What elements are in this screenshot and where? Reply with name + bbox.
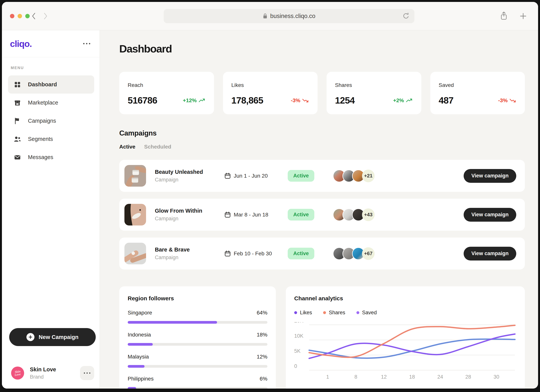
storefront-icon bbox=[14, 99, 21, 106]
status-badge: Active bbox=[288, 209, 314, 220]
app-body: cliqo. MENU Dashboard Mark bbox=[2, 30, 538, 389]
stats-row: Reach 516786 +12% Likes 178,865 bbox=[119, 72, 525, 114]
sidebar-nav: Dashboard Marketplace Campaigns bbox=[2, 70, 100, 166]
campaign-dates: Mar 8 - Jun 18 bbox=[225, 212, 288, 218]
bottom-panels: Region followers Singapore 64% Indonesia… bbox=[119, 286, 525, 389]
brand-more-button[interactable] bbox=[80, 366, 94, 380]
campaign-row: Beauty Unleashed Campaign Jun 1 - Jun 20… bbox=[119, 160, 525, 192]
sidebar-item-segments[interactable]: Segments bbox=[8, 130, 94, 148]
new-campaign-button[interactable]: New Campaign bbox=[9, 328, 96, 346]
sidebar-item-label: Dashboard bbox=[28, 81, 57, 88]
svg-text:12: 12 bbox=[381, 374, 387, 380]
campaign-name-col: Beauty Unleashed Campaign bbox=[155, 169, 216, 183]
view-campaign-button[interactable]: View campaign bbox=[464, 169, 516, 183]
campaigns-heading: Campaigns bbox=[119, 129, 525, 137]
address-bar[interactable]: business.cliqo.co bbox=[164, 9, 415, 23]
reload-icon[interactable] bbox=[403, 13, 410, 20]
stat-value: 1254 bbox=[335, 95, 355, 106]
trend-down-icon bbox=[510, 98, 516, 103]
tab-scheduled[interactable]: Scheduled bbox=[144, 144, 171, 150]
sidebar-item-campaigns[interactable]: Campaigns bbox=[8, 112, 94, 130]
back-icon[interactable] bbox=[31, 12, 36, 20]
sidebar-item-marketplace[interactable]: Marketplace bbox=[8, 94, 94, 112]
region-pct: 6% bbox=[260, 376, 267, 382]
minimize-button[interactable] bbox=[18, 14, 22, 18]
legend-label: Shares bbox=[329, 310, 345, 316]
region-pct: 64% bbox=[257, 310, 267, 316]
menu-section-label: MENU bbox=[11, 66, 100, 70]
grid-icon bbox=[14, 81, 21, 88]
campaign-name-col: Bare & Brave Campaign bbox=[155, 247, 216, 261]
stat-label: Shares bbox=[335, 82, 413, 88]
stat-delta: -3% bbox=[498, 97, 516, 104]
legend-label: Likes bbox=[300, 310, 312, 316]
region-progress-fill bbox=[128, 321, 217, 324]
envelope-icon bbox=[14, 154, 21, 161]
campaign-dates: Feb 10 - Feb 30 bbox=[225, 250, 288, 257]
browser-nav-arrows bbox=[31, 12, 48, 20]
region-label: Indonesia bbox=[128, 332, 151, 338]
campaign-avatars: +43 bbox=[333, 208, 375, 221]
campaign-dates: Jun 1 - Jun 20 bbox=[225, 173, 288, 179]
stat-value: 487 bbox=[439, 95, 454, 106]
region-progress-track bbox=[128, 387, 267, 389]
campaign-status-col: Active bbox=[288, 248, 333, 259]
sidebar-bottom: New Campaign Skin Love Skin Love Brand bbox=[2, 328, 100, 389]
legend-item-shares: Shares bbox=[323, 310, 345, 316]
tab-active[interactable]: Active bbox=[119, 144, 135, 150]
plus-circle-icon bbox=[26, 333, 35, 341]
url-text: business.cliqo.co bbox=[270, 13, 315, 20]
sidebar-more-icon[interactable] bbox=[82, 43, 91, 45]
svg-text:8: 8 bbox=[354, 374, 357, 380]
forward-icon[interactable] bbox=[43, 12, 48, 20]
region-progress-track bbox=[128, 365, 267, 368]
campaign-thumbnail bbox=[125, 204, 146, 225]
view-campaign-button[interactable]: View campaign bbox=[464, 208, 516, 222]
channel-analytics-panel: Channel analytics Likes Shares Saved bbox=[286, 286, 525, 389]
zoom-button[interactable] bbox=[25, 14, 30, 18]
new-campaign-label: New Campaign bbox=[39, 334, 79, 340]
region-followers-title: Region followers bbox=[128, 295, 267, 302]
stat-delta-text: +12% bbox=[183, 97, 197, 104]
avatar-overflow-count: +67 bbox=[362, 247, 375, 260]
view-campaign-button[interactable]: View campaign bbox=[464, 247, 516, 261]
sidebar-item-label: Campaigns bbox=[28, 118, 56, 124]
campaign-type: Campaign bbox=[155, 255, 216, 261]
legend-dot-icon bbox=[294, 311, 297, 314]
sidebar-item-dashboard[interactable]: Dashboard bbox=[8, 75, 94, 94]
stat-delta: +2% bbox=[393, 97, 413, 104]
legend-dot-icon bbox=[323, 311, 326, 314]
new-tab-icon[interactable] bbox=[519, 12, 527, 20]
sidebar-item-label: Marketplace bbox=[28, 99, 58, 106]
stat-value: 178,865 bbox=[231, 95, 263, 106]
people-icon bbox=[14, 136, 21, 143]
region-row: Singapore 64% bbox=[128, 310, 267, 324]
calendar-icon bbox=[225, 250, 231, 257]
page-title: Dashboard bbox=[119, 43, 525, 55]
svg-text:24: 24 bbox=[437, 374, 443, 380]
svg-text:20K: 20K bbox=[294, 322, 303, 324]
campaign-name: Bare & Brave bbox=[155, 247, 216, 253]
campaign-tabs: Active Scheduled bbox=[119, 144, 525, 150]
sidebar-item-messages[interactable]: Messages bbox=[8, 148, 94, 166]
stat-delta-text: -3% bbox=[291, 97, 300, 104]
stat-delta: -3% bbox=[291, 97, 309, 104]
close-button[interactable] bbox=[10, 14, 14, 18]
region-pct: 18% bbox=[257, 332, 267, 338]
campaign-name: Glow From Within bbox=[155, 208, 216, 214]
campaign-avatars: +21 bbox=[333, 170, 375, 182]
cliqo-logo: cliqo. bbox=[10, 39, 32, 49]
stat-label: Saved bbox=[439, 82, 517, 88]
region-progress-fill bbox=[128, 343, 153, 346]
status-badge: Active bbox=[288, 170, 314, 182]
share-icon[interactable] bbox=[500, 11, 508, 21]
sidebar: cliqo. MENU Dashboard Mark bbox=[2, 30, 100, 389]
campaign-avatars: +67 bbox=[333, 247, 375, 260]
campaign-row: Glow From Within Campaign Mar 8 - Jun 18… bbox=[119, 199, 525, 231]
stat-label: Reach bbox=[128, 82, 205, 88]
trend-down-icon bbox=[302, 98, 309, 103]
brand-info: Skin Love Brand bbox=[30, 366, 56, 380]
region-row: Philippines 6% bbox=[128, 376, 267, 389]
brand-avatar-text: Love bbox=[14, 373, 21, 376]
campaign-name: Beauty Unleashed bbox=[155, 169, 216, 175]
